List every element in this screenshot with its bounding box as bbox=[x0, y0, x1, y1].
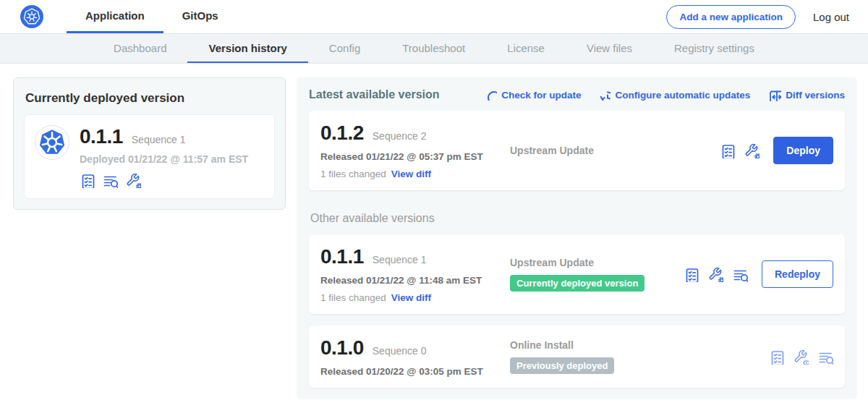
configure-automatic-updates-link[interactable]: Configure automatic updates bbox=[599, 89, 750, 101]
view-logs-icon[interactable] bbox=[733, 267, 748, 282]
subnav-tab-license[interactable]: License bbox=[486, 34, 566, 63]
deployed-version-number: 0.1.1 bbox=[80, 125, 123, 148]
view-config-icon[interactable] bbox=[793, 349, 809, 365]
sequence-label: Sequence 1 bbox=[373, 254, 427, 265]
subnav-tab-troubleshoot[interactable]: Troubleshoot bbox=[381, 34, 486, 63]
version-history-page: Currently deployed version 0.1.1 Sequenc… bbox=[0, 64, 868, 399]
version-card-0-1-0: 0.1.0 Sequence 0 Released 01/20/22 @ 03:… bbox=[309, 326, 845, 388]
files-changed-label: 1 files changed bbox=[320, 169, 386, 179]
version-source-label: Upstream Update bbox=[510, 257, 684, 268]
top-navbar: Application GitOps Add a new application… bbox=[0, 0, 868, 33]
diff-icon bbox=[768, 88, 781, 101]
other-available-versions-title: Other available versions bbox=[310, 212, 843, 225]
version-source-label: Upstream Update bbox=[510, 145, 720, 156]
app-subnav: Dashboard Version history Config Trouble… bbox=[0, 33, 868, 64]
version-source-label: Online Install bbox=[510, 339, 769, 351]
version-number: 0.1.2 bbox=[320, 122, 364, 145]
diff-versions-link[interactable]: Diff versions bbox=[768, 88, 845, 101]
view-logs-icon[interactable] bbox=[103, 173, 118, 188]
edit-config-icon[interactable] bbox=[708, 267, 723, 282]
latest-available-title: Latest available version bbox=[309, 88, 440, 101]
kubernetes-logo bbox=[20, 5, 43, 28]
version-number: 0.1.1 bbox=[320, 245, 364, 268]
edit-config-icon[interactable] bbox=[744, 143, 760, 158]
check-for-update-label: Check for update bbox=[501, 90, 581, 101]
deployed-card-title: Currently deployed version bbox=[24, 88, 275, 114]
subnav-tab-view-files[interactable]: View files bbox=[566, 34, 653, 63]
currently-deployed-card: Currently deployed version 0.1.1 Sequenc… bbox=[13, 77, 286, 210]
tab-application[interactable]: Application bbox=[67, 0, 163, 33]
app-kubernetes-logo bbox=[35, 125, 69, 160]
configure-automatic-updates-label: Configure automatic updates bbox=[615, 90, 750, 101]
deployed-sequence-label: Sequence 1 bbox=[132, 134, 186, 145]
view-logs-icon[interactable] bbox=[818, 349, 833, 365]
released-timestamp: Released 01/21/22 @ 11:48 am EST bbox=[320, 275, 510, 286]
preflight-checklist-icon[interactable] bbox=[769, 349, 784, 365]
version-card-0-1-1: 0.1.1 Sequence 1 Released 01/21/22 @ 11:… bbox=[309, 234, 845, 314]
topnav-tabs: Application GitOps bbox=[67, 0, 237, 33]
subnav-tab-config[interactable]: Config bbox=[308, 34, 381, 63]
preflight-checklist-icon[interactable] bbox=[720, 143, 735, 158]
view-diff-link[interactable]: View diff bbox=[391, 169, 431, 179]
previously-deployed-badge: Previously deployed bbox=[510, 357, 614, 374]
released-timestamp: Released 01/20/22 @ 03:05 pm EST bbox=[320, 366, 510, 377]
available-versions-panel: Latest available version Check for updat… bbox=[297, 77, 857, 399]
deployed-version-card: 0.1.1 Sequence 1 Deployed 01/21/22 @ 11:… bbox=[24, 114, 275, 199]
diff-versions-label: Diff versions bbox=[786, 90, 845, 101]
history-icon bbox=[599, 89, 610, 101]
topnav-right: Add a new application Log out bbox=[666, 0, 868, 33]
tab-gitops[interactable]: GitOps bbox=[163, 0, 237, 33]
preflight-checklist-icon[interactable] bbox=[80, 173, 95, 188]
subnav-tab-version-history[interactable]: Version history bbox=[187, 34, 307, 63]
deployed-timestamp: Deployed 01/21/22 @ 11:57 am EST bbox=[80, 153, 248, 165]
deploy-button[interactable]: Deploy bbox=[773, 137, 833, 164]
preflight-checklist-icon[interactable] bbox=[684, 267, 699, 282]
version-card-0-1-2: 0.1.2 Sequence 2 Released 01/21/22 @ 05:… bbox=[309, 111, 845, 190]
add-application-button[interactable]: Add a new application bbox=[666, 5, 796, 29]
redeploy-button[interactable]: Redeploy bbox=[762, 260, 833, 288]
subnav-tab-registry-settings[interactable]: Registry settings bbox=[653, 34, 775, 63]
edit-config-icon[interactable] bbox=[126, 173, 141, 188]
released-timestamp: Released 01/21/22 @ 05:37 pm EST bbox=[320, 151, 510, 162]
logout-link[interactable]: Log out bbox=[813, 11, 849, 23]
subnav-tab-dashboard[interactable]: Dashboard bbox=[93, 34, 187, 63]
view-diff-link[interactable]: View diff bbox=[391, 292, 431, 303]
currently-deployed-badge: Currently deployed version bbox=[510, 275, 644, 292]
sequence-label: Sequence 2 bbox=[373, 130, 427, 142]
sequence-label: Sequence 0 bbox=[373, 345, 427, 357]
refresh-icon bbox=[485, 89, 497, 101]
version-number: 0.1.0 bbox=[320, 336, 364, 360]
check-for-update-link[interactable]: Check for update bbox=[485, 89, 581, 101]
files-changed-label: 1 files changed bbox=[320, 292, 386, 303]
